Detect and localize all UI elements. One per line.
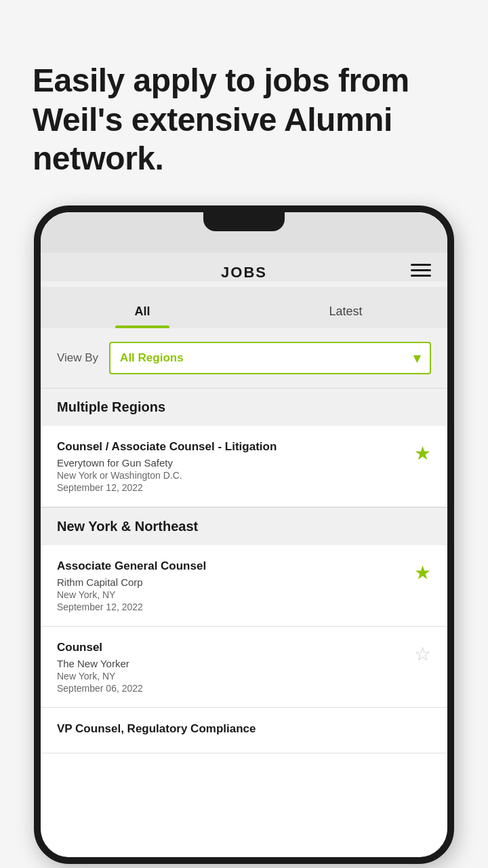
job-company-3: The New Yorker bbox=[57, 658, 406, 669]
filter-dropdown[interactable]: All Regions ▾ bbox=[109, 342, 431, 374]
section-multiple-regions: Multiple Regions bbox=[41, 388, 447, 426]
job-details-4: VP Counsel, Regulatory Compliance bbox=[57, 722, 431, 739]
phone-topbar bbox=[41, 212, 447, 253]
menu-line-3 bbox=[411, 275, 431, 277]
job-date: September 12, 2022 bbox=[57, 482, 406, 493]
job-details-3: Counsel The New Yorker New York, NY Sept… bbox=[57, 640, 406, 694]
job-location: New York or Washington D.C. bbox=[57, 470, 406, 481]
job-details-2: Associate General Counsel Rithm Capital … bbox=[57, 559, 406, 612]
filter-row: View By All Regions ▾ bbox=[41, 328, 447, 388]
menu-line-2 bbox=[411, 269, 431, 271]
tabs-container: All Latest bbox=[41, 287, 447, 328]
phone-inner: JOBS All Latest View bbox=[41, 212, 447, 857]
filter-dropdown-text: All Regions bbox=[120, 351, 184, 365]
section-title-ny-northeast: New York & Northeast bbox=[57, 519, 198, 534]
job-item-vp-counsel[interactable]: VP Counsel, Regulatory Compliance bbox=[41, 708, 447, 753]
tab-all[interactable]: All bbox=[41, 298, 244, 328]
job-location-2: New York, NY bbox=[57, 589, 406, 600]
job-details: Counsel / Associate Counsel - Litigation… bbox=[57, 439, 406, 493]
headline-section: Easily apply to jobs from Weil's extensi… bbox=[0, 0, 488, 205]
page-container: Easily apply to jobs from Weil's extensi… bbox=[0, 0, 488, 868]
job-item-counsel-litigation[interactable]: Counsel / Associate Counsel - Litigation… bbox=[41, 426, 447, 507]
job-title-3: Counsel bbox=[57, 640, 406, 655]
job-date-2: September 12, 2022 bbox=[57, 601, 406, 612]
job-title-4: VP Counsel, Regulatory Compliance bbox=[57, 722, 431, 736]
menu-icon[interactable] bbox=[411, 264, 431, 277]
tab-latest[interactable]: Latest bbox=[244, 298, 447, 328]
section-ny-northeast: New York & Northeast bbox=[41, 507, 447, 545]
star-icon-filled[interactable]: ★ bbox=[414, 442, 431, 465]
job-title-2: Associate General Counsel bbox=[57, 559, 406, 574]
notch bbox=[203, 212, 285, 231]
chevron-down-icon: ▾ bbox=[413, 350, 420, 366]
menu-line-1 bbox=[411, 264, 431, 266]
app-header: JOBS bbox=[41, 253, 447, 281]
headline-text: Easily apply to jobs from Weil's extensi… bbox=[33, 61, 455, 178]
phone-mockup: JOBS All Latest View bbox=[34, 205, 454, 864]
app-content: View By All Regions ▾ Multiple Regions C… bbox=[41, 328, 447, 857]
filter-label: View By bbox=[57, 351, 98, 365]
star-icon-empty[interactable]: ☆ bbox=[414, 643, 431, 665]
job-date-3: September 06, 2022 bbox=[57, 683, 406, 694]
job-item-assoc-general-counsel[interactable]: Associate General Counsel Rithm Capital … bbox=[41, 545, 447, 627]
section-title-multiple-regions: Multiple Regions bbox=[57, 399, 165, 414]
job-title: Counsel / Associate Counsel - Litigation bbox=[57, 439, 406, 454]
job-company: Everytown for Gun Safety bbox=[57, 457, 406, 469]
job-company-2: Rithm Capital Corp bbox=[57, 576, 406, 588]
star-icon-filled-2[interactable]: ★ bbox=[414, 561, 431, 584]
app-title: JOBS bbox=[221, 264, 267, 281]
job-item-counsel-newyorker[interactable]: Counsel The New Yorker New York, NY Sept… bbox=[41, 627, 447, 708]
job-location-3: New York, NY bbox=[57, 671, 406, 682]
